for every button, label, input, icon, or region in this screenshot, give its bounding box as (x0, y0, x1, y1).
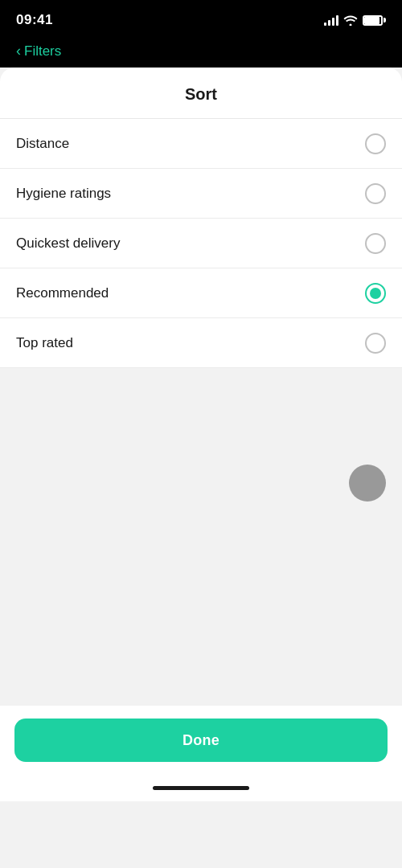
sort-header: Sort (0, 68, 402, 119)
back-button[interactable]: ‹ Filters (16, 43, 61, 59)
sort-options-list: Distance Hygiene ratings Quickest delive… (0, 119, 402, 368)
sort-option-quickest-radio[interactable] (365, 233, 386, 254)
done-button[interactable]: Done (14, 719, 388, 762)
battery-icon (363, 15, 386, 26)
done-area: Done (0, 706, 402, 778)
sort-option-quickest-delivery[interactable]: Quickest delivery (0, 219, 402, 268)
sort-option-distance-label: Distance (16, 136, 69, 152)
home-indicator (0, 778, 402, 801)
main-card: Sort Distance Hygiene ratings Quickest d… (0, 68, 402, 801)
sort-option-recommended-radio[interactable] (365, 283, 386, 304)
home-bar (153, 786, 249, 790)
sort-option-hygiene-label: Hygiene ratings (16, 186, 111, 202)
sort-option-hygiene-ratings[interactable]: Hygiene ratings (0, 169, 402, 219)
sort-option-distance[interactable]: Distance (0, 119, 402, 169)
status-time: 09:41 (16, 12, 53, 28)
back-navigation[interactable]: ‹ Filters (0, 40, 402, 68)
empty-area (0, 368, 402, 706)
wifi-icon (343, 14, 358, 26)
gray-circle-decoration (349, 465, 386, 502)
signal-icon (324, 14, 338, 26)
back-chevron-icon: ‹ (16, 43, 21, 59)
sort-option-top-rated[interactable]: Top rated (0, 318, 402, 368)
sort-option-top-rated-label: Top rated (16, 335, 73, 351)
sort-option-top-rated-radio[interactable] (365, 333, 386, 354)
sort-option-distance-radio[interactable] (365, 133, 386, 154)
back-label: Filters (24, 43, 61, 59)
sort-option-recommended-label: Recommended (16, 285, 109, 301)
status-icons (324, 14, 386, 26)
sort-option-recommended[interactable]: Recommended (0, 268, 402, 318)
page-title: Sort (185, 85, 217, 103)
sort-option-hygiene-radio[interactable] (365, 183, 386, 204)
sort-option-quickest-label: Quickest delivery (16, 235, 120, 252)
status-bar: 09:41 (0, 0, 402, 40)
